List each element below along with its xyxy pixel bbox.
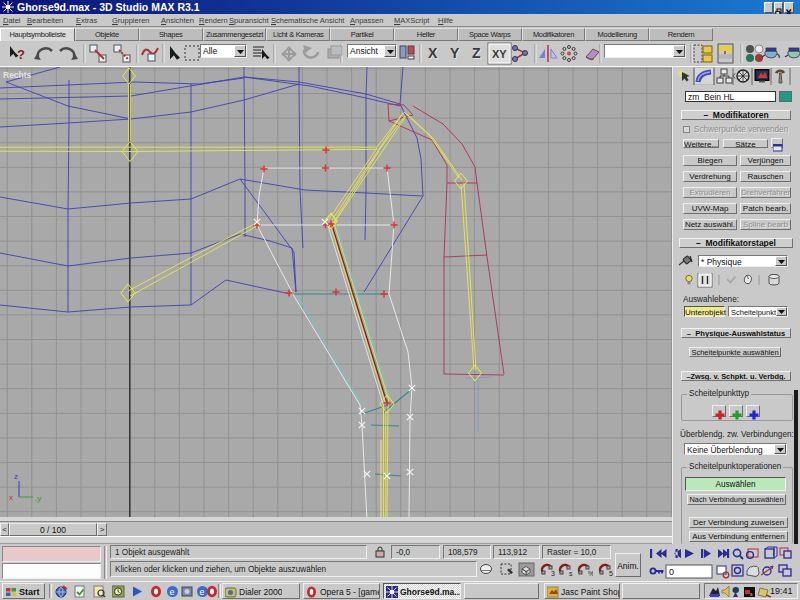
svg-text:Z: Z — [472, 45, 481, 61]
svg-text:XY: XY — [492, 48, 507, 60]
svg-text:Y: Y — [450, 45, 460, 61]
svg-text:X: X — [428, 45, 438, 61]
svg-text:e: e — [200, 587, 205, 597]
svg-text:?: ? — [17, 47, 25, 62]
svg-text:0: 0 — [669, 567, 674, 577]
svg-text:,y: ,y — [35, 494, 41, 503]
svg-text:s: s — [569, 570, 573, 577]
svg-text:x: x — [9, 493, 13, 502]
svg-text:%: % — [588, 570, 593, 577]
svg-text:z: z — [14, 472, 18, 481]
svg-text:5: 5 — [609, 570, 613, 577]
svg-text:Rechts: Rechts — [3, 70, 32, 80]
svg-text:e: e — [170, 587, 175, 597]
svg-text:3: 3 — [551, 570, 555, 577]
